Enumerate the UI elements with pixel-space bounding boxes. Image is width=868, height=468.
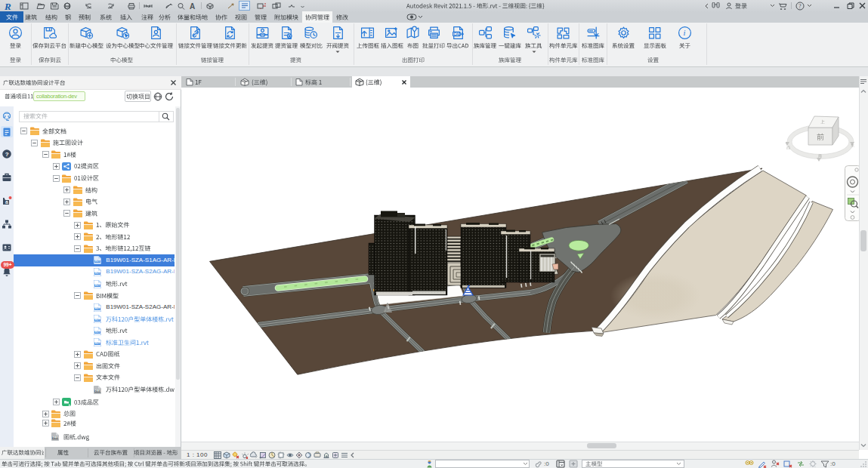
svg-text:RVT: RVT bbox=[95, 343, 101, 346]
svg-text:RVT: RVT bbox=[95, 260, 101, 263]
svg-text:?: ? bbox=[798, 3, 802, 10]
svg-text:A: A bbox=[190, 2, 195, 11]
svg-text:R: R bbox=[5, 1, 11, 11]
svg-text:RVT: RVT bbox=[95, 307, 101, 310]
svg-text:i: i bbox=[683, 29, 685, 37]
svg-text:RVT: RVT bbox=[95, 272, 101, 275]
svg-text:?: ? bbox=[5, 151, 9, 158]
svg-text:DWG: DWG bbox=[95, 389, 101, 393]
svg-text:RVT: RVT bbox=[95, 319, 101, 322]
svg-text:RVT: RVT bbox=[95, 331, 101, 334]
svg-text:RVT: RVT bbox=[95, 284, 101, 287]
svg-text:CAD: CAD bbox=[453, 32, 461, 36]
svg-text:DWG: DWG bbox=[52, 436, 58, 439]
svg-text:a: a bbox=[5, 199, 8, 204]
